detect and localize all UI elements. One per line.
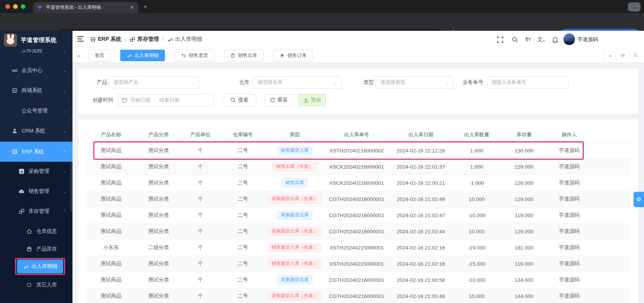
cell-stock: 144.000 xyxy=(501,288,546,303)
sidebar-item-crm-system[interactable]: CRM 系统⌄ xyxy=(0,121,72,141)
tab-overview-chevron-icon[interactable]: ⌄ xyxy=(628,2,641,12)
sidebar-item-mall-system[interactable]: 商城系统⌄ xyxy=(0,80,72,100)
username[interactable]: 芋道源码 xyxy=(577,36,598,43)
cell-quantity: 1.000 xyxy=(452,142,501,159)
font-size-icon[interactable]: TT xyxy=(524,36,532,44)
sidebar-item-product-stock[interactable]: 产品库存 xyxy=(0,240,72,258)
window-maximize-button[interactable] xyxy=(21,4,25,9)
cell-operator: 芋道源码 xyxy=(546,239,592,256)
cell-stock: 130.000 xyxy=(501,142,546,159)
sidebar-item-stock-mgmt[interactable]: 库存管理⌃ xyxy=(0,201,72,221)
sidebar-scrollbar[interactable] xyxy=(71,162,72,212)
cell-type: 采购退货出库（作废） xyxy=(266,223,323,239)
breadcrumb-item[interactable]: 出入库明细 xyxy=(167,36,202,43)
cell-warehouse: 二号 xyxy=(219,288,266,303)
breadcrumb-label: 出入库明细 xyxy=(175,36,202,43)
table-row: 测试商品测试分类个二号销售出库XSCK202402160000012024-02… xyxy=(86,175,631,191)
create-time-range-picker[interactable]: 开始日期 – 结束日期 xyxy=(118,94,214,106)
fullscreen-icon[interactable] xyxy=(496,36,504,44)
cell-stock: 134.000 xyxy=(501,272,546,288)
column-header-2: 产品单位 xyxy=(181,127,219,142)
window-close-button[interactable] xyxy=(5,4,10,9)
chevron-down-icon: ⌄ xyxy=(63,189,66,194)
notification-bell-icon[interactable] xyxy=(551,36,559,44)
sidebar-item-warehouse-info[interactable]: 仓库信息 xyxy=(0,223,72,240)
cubes-icon xyxy=(18,208,25,214)
user-avatar[interactable]: 文心一言 xyxy=(563,33,575,45)
sidebar-item-stock-record[interactable]: 出入库明细 xyxy=(17,259,63,273)
cell-unit: 个 xyxy=(181,142,219,159)
cell-type: 销售退货入库（作废） xyxy=(266,256,323,272)
cell-type: 销售退货入库 xyxy=(266,142,323,159)
chevron-down-icon: ⌄ xyxy=(63,69,66,73)
tag-tab-bar: « 首页出入库明细销售退货销售出库销售订单 » ⟳ ⠿ xyxy=(72,48,644,63)
sidebar-item-other-stock-in[interactable]: 其它入库 xyxy=(0,276,72,294)
sidebar-item-member-center[interactable]: 会员中心⌄ xyxy=(0,60,72,80)
hamburger-menu-icon[interactable] xyxy=(77,36,84,42)
type-select[interactable]: 请选择类型⌄ xyxy=(376,76,454,89)
type-filter-label: 类型 xyxy=(363,76,374,89)
cell-category: 测试分类 xyxy=(136,272,181,288)
app-logo-row[interactable]: 芋道管理系统 xyxy=(0,31,72,49)
browser-tab[interactable]: 芋道管理系统 - 出入库明细 ✕ xyxy=(33,2,138,13)
tab-sales-out[interactable]: 销售出库 xyxy=(224,50,264,61)
table-row: 小东东二级分类个二号销售退货入库（作废）XSTH2024021500000120… xyxy=(86,239,631,256)
cell-category: 测试分类 xyxy=(136,223,181,239)
table-row: 测试商品测试分类个二号销售出库（作废）XSCK20240216000001202… xyxy=(86,159,631,175)
cell-order_no: XSTH20240215000001 xyxy=(323,256,390,272)
cell-operator: 芋道源码 xyxy=(546,191,592,207)
tabs-scroll-left-icon[interactable]: « xyxy=(72,48,86,63)
cell-product: 小东东 xyxy=(86,239,136,256)
cell-warehouse: 二号 xyxy=(219,223,266,239)
cell-warehouse: 二号 xyxy=(219,142,266,159)
reset-button[interactable]: 重置 xyxy=(264,94,293,106)
tab-sales-return[interactable]: 销售退货 xyxy=(175,50,214,61)
warehouse-select[interactable]: 请选择仓库⌄ xyxy=(253,76,342,89)
tab-close-icon[interactable]: ✕ xyxy=(130,5,134,10)
cell-category: 测试分类 xyxy=(136,256,181,272)
search-button[interactable]: 搜索 xyxy=(222,94,256,106)
cell-stock: 129.000 xyxy=(501,223,546,239)
cell-date: 2024-02-16 21:02:47 xyxy=(390,207,452,223)
cell-unit: 个 xyxy=(181,159,219,175)
tabs-refresh-icon[interactable]: ⟳ xyxy=(616,48,629,63)
window-minimize-button[interactable] xyxy=(13,4,18,9)
chevron-up-icon: ⌃ xyxy=(63,209,66,214)
tabs-layout-grid-icon[interactable]: ⠿ xyxy=(629,48,642,63)
type-tag: 采购退货出库 xyxy=(277,275,313,285)
chevron-down-icon: ⌄ xyxy=(63,169,66,174)
sidebar-item-erp-system[interactable]: ERP 系统⌃ xyxy=(0,142,72,162)
breadcrumb-separator: / xyxy=(162,36,164,42)
column-header-7: 出入库数量 xyxy=(452,127,501,142)
tabs-scroll-right-icon[interactable]: » xyxy=(604,48,616,63)
tab-sales-order[interactable]: 销售订单 xyxy=(273,50,313,61)
cell-type: 采购退货出库 xyxy=(266,272,323,288)
order-no-input[interactable]: 请输入业务单号 xyxy=(487,76,568,89)
search-icon[interactable] xyxy=(511,36,519,44)
breadcrumb-separator: / xyxy=(124,36,126,42)
translate-icon[interactable]: 文A xyxy=(537,36,545,44)
column-header-1: 产品分类 xyxy=(136,127,181,142)
product-select[interactable]: 请选择产品⌄ xyxy=(109,76,199,89)
breadcrumb-item[interactable]: ERP 系统 xyxy=(90,36,121,43)
cell-stock: 119.000 xyxy=(501,256,546,272)
sidebar-item-label: 公众号管理 xyxy=(22,107,48,114)
sidebar-item-mp-admin[interactable]: 公众号管理⌄ xyxy=(0,101,72,121)
new-tab-button[interactable]: + xyxy=(143,3,147,11)
type-tag: 采购退货出库 xyxy=(277,211,313,220)
tab-home[interactable]: 首页 xyxy=(89,50,111,61)
export-button[interactable]: 导出 xyxy=(299,94,326,106)
type-tag: 采购退货出库（作废） xyxy=(268,227,322,236)
warehouse-filter-label: 仓库 xyxy=(239,76,249,89)
column-header-8: 库存量 xyxy=(501,127,546,142)
refresh-icon xyxy=(270,97,275,103)
cell-date: 2024-02-16 22:12:26 xyxy=(390,142,452,159)
settings-gear-button[interactable]: ⚙ xyxy=(634,192,644,207)
cell-product: 测试商品 xyxy=(86,159,136,175)
sidebar-item-sales-mgmt[interactable]: 销售管理⌄ xyxy=(0,181,72,201)
cell-unit: 个 xyxy=(181,191,219,207)
breadcrumb-item[interactable]: 库存管理 xyxy=(129,36,159,43)
sidebar-item-purchase-mgmt[interactable]: A采购管理⌄ xyxy=(0,161,72,181)
cell-quantity: 10.000 xyxy=(452,191,501,207)
tab-stock-record[interactable]: 出入库明细 xyxy=(120,50,165,61)
